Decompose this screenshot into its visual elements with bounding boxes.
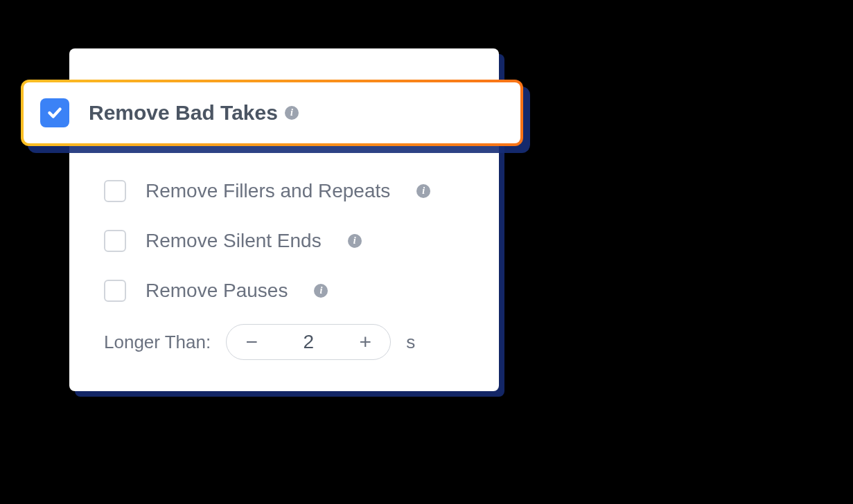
- duration-stepper: − 2 +: [226, 324, 391, 360]
- option-remove-fillers: Remove Fillers and Repeats i: [69, 166, 499, 216]
- stepper-value: 2: [276, 331, 340, 353]
- option-label: Remove Pauses: [146, 280, 288, 302]
- unit-label: s: [406, 332, 415, 353]
- info-icon[interactable]: i: [314, 284, 328, 298]
- longer-than-label: Longer Than:: [104, 332, 211, 353]
- longer-than-row: Longer Than: − 2 + s: [69, 324, 499, 360]
- checkbox-remove-pauses[interactable]: [104, 280, 126, 302]
- option-remove-pauses: Remove Pauses i: [69, 266, 499, 316]
- option-remove-silent-ends: Remove Silent Ends i: [69, 216, 499, 266]
- checkbox-remove-fillers[interactable]: [104, 180, 126, 202]
- option-label: Remove Bad Takes: [89, 101, 278, 125]
- option-remove-bad-takes: Remove Bad Takes i: [21, 80, 523, 146]
- option-label: Remove Silent Ends: [146, 230, 322, 252]
- info-icon[interactable]: i: [285, 106, 299, 120]
- stepper-minus-button[interactable]: −: [227, 325, 276, 359]
- info-icon[interactable]: i: [416, 184, 430, 198]
- checkbox-remove-bad-takes[interactable]: [40, 98, 69, 127]
- option-label: Remove Fillers and Repeats: [146, 180, 390, 202]
- checkbox-remove-silent-ends[interactable]: [104, 230, 126, 252]
- info-icon[interactable]: i: [348, 234, 362, 248]
- stepper-plus-button[interactable]: +: [340, 325, 390, 359]
